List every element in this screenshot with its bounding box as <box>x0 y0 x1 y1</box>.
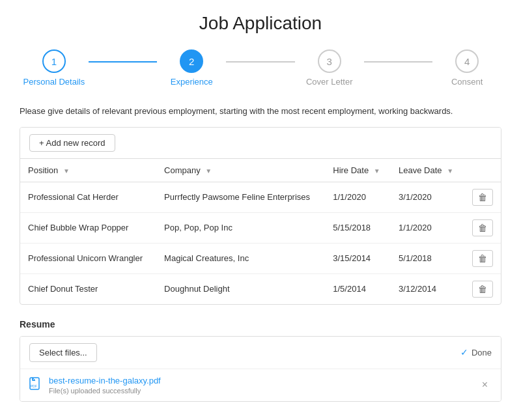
table-row: Professional Unicorn Wrangler Magical Cr… <box>20 243 501 273</box>
cell-delete: 🗑 <box>464 243 501 273</box>
cell-company: Magical Creatures, Inc <box>156 243 325 273</box>
file-pdf-icon: PDF <box>29 377 42 395</box>
file-info: PDF best-resume-in-the-galaxy.pdf File(s… <box>29 376 161 395</box>
step-4-label: Consent <box>451 77 483 87</box>
delete-row-button[interactable]: 🗑 <box>472 189 493 206</box>
add-record-bar: + Add new record <box>20 128 501 159</box>
step-3-label: Cover Letter <box>306 77 353 87</box>
cell-hire-date: 1/5/2014 <box>325 273 391 304</box>
table-row: Chief Bubble Wrap Popper Pop, Pop, Pop I… <box>20 212 501 243</box>
step-1-label: Personal Details <box>23 77 85 87</box>
file-remove-button[interactable]: × <box>478 378 492 392</box>
delete-row-button[interactable]: 🗑 <box>472 281 493 298</box>
step-4[interactable]: 4 Consent <box>432 49 501 87</box>
file-name: best-resume-in-the-galaxy.pdf <box>49 376 161 385</box>
cell-position: Professional Unicorn Wrangler <box>20 243 156 273</box>
col-company[interactable]: Company ▼ <box>156 159 325 182</box>
sort-hire-date-icon: ▼ <box>374 167 380 175</box>
step-1[interactable]: 1 Personal Details <box>20 49 89 87</box>
sort-company-icon: ▼ <box>205 167 212 175</box>
cell-company: Doughnut Delight <box>156 273 325 304</box>
step-1-circle: 1 <box>42 49 66 73</box>
step-2-label: Experience <box>171 77 213 87</box>
resume-section: Select files... ✓ Done PDF best-resume-i… <box>20 336 501 402</box>
cell-delete: 🗑 <box>464 182 501 212</box>
cell-company: Pop, Pop, Pop Inc <box>156 212 325 243</box>
step-3-circle: 3 <box>318 49 341 73</box>
connector-1-2 <box>89 61 158 63</box>
done-label: ✓ Done <box>460 347 492 357</box>
cell-position: Chief Bubble Wrap Popper <box>20 212 156 243</box>
description-text: Please give details of relevant previous… <box>20 105 501 118</box>
cell-leave-date: 5/1/2018 <box>391 243 464 273</box>
step-3[interactable]: 3 Cover Letter <box>295 49 364 87</box>
step-2-circle: 2 <box>180 49 203 73</box>
connector-2-3 <box>226 61 295 63</box>
done-check-icon: ✓ <box>460 347 468 357</box>
cell-delete: 🗑 <box>464 273 501 304</box>
col-hire-date[interactable]: Hire Date ▼ <box>325 159 391 182</box>
delete-row-button[interactable]: 🗑 <box>472 250 493 267</box>
cell-hire-date: 1/1/2020 <box>325 182 391 212</box>
connector-3-4 <box>364 61 433 63</box>
cell-hire-date: 3/15/2014 <box>325 243 391 273</box>
employment-table: Position ▼ Company ▼ Hire Date ▼ Leave <box>20 159 501 304</box>
file-status: File(s) uploaded successfully <box>49 387 161 395</box>
employment-table-section: + Add new record Position ▼ Company ▼ <box>20 127 501 305</box>
col-position[interactable]: Position ▼ <box>20 159 156 182</box>
cell-leave-date: 1/1/2020 <box>391 212 464 243</box>
cell-leave-date: 3/1/2020 <box>391 182 464 212</box>
cell-leave-date: 3/12/2014 <box>391 273 464 304</box>
cell-position: Professional Cat Herder <box>20 182 156 212</box>
table-row: Chief Donut Tester Doughnut Delight 1/5/… <box>20 273 501 304</box>
add-new-record-button[interactable]: + Add new record <box>29 134 115 152</box>
select-files-button[interactable]: Select files... <box>29 343 97 362</box>
delete-row-button[interactable]: 🗑 <box>472 219 493 236</box>
page-title: Job Application <box>20 13 501 34</box>
sort-leave-date-icon: ▼ <box>447 167 453 175</box>
resume-section-label: Resume <box>20 319 501 329</box>
stepper: 1 Personal Details 2 Experience 3 Cover … <box>20 49 501 87</box>
step-4-circle: 4 <box>455 49 479 73</box>
file-row: PDF best-resume-in-the-galaxy.pdf File(s… <box>20 369 501 401</box>
resume-top-bar: Select files... ✓ Done <box>20 337 501 369</box>
cell-company: Purrfectly Pawsome Feline Enterprises <box>156 182 325 212</box>
svg-text:PDF: PDF <box>31 384 37 388</box>
table-row: Professional Cat Herder Purrfectly Pawso… <box>20 182 501 212</box>
step-2[interactable]: 2 Experience <box>157 49 226 87</box>
cell-delete: 🗑 <box>464 212 501 243</box>
cell-position: Chief Donut Tester <box>20 273 156 304</box>
col-actions <box>464 159 501 182</box>
sort-position-icon: ▼ <box>63 167 70 175</box>
table-scroll[interactable]: Position ▼ Company ▼ Hire Date ▼ Leave <box>20 159 501 304</box>
col-leave-date[interactable]: Leave Date ▼ <box>391 159 464 182</box>
cell-hire-date: 5/15/2018 <box>325 212 391 243</box>
